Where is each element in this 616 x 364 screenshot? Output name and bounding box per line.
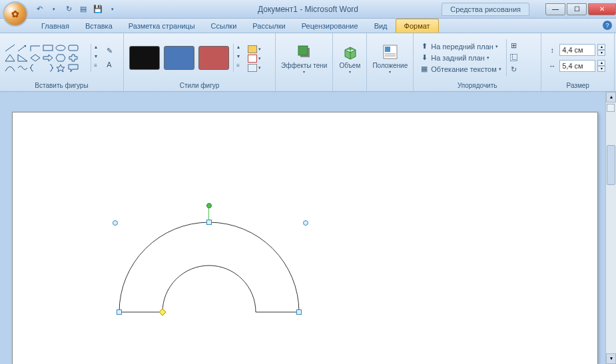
wrap-icon: ▦	[420, 65, 429, 74]
three-d-button[interactable]: Объем ▾	[336, 41, 364, 75]
width-down[interactable]: ▾	[597, 66, 605, 72]
save-button[interactable]: 💾	[92, 3, 104, 15]
align-button[interactable]: ⊞	[508, 41, 520, 51]
group-insert-shapes: ▴ ▾ ≡ ✎ A Вставить фигуры	[0, 33, 124, 91]
shape-roundrect-icon[interactable]	[67, 43, 79, 53]
tab-layout[interactable]: Разметка страницы	[121, 19, 203, 33]
help-icon[interactable]: ?	[603, 21, 612, 30]
shape-star-icon[interactable]	[55, 63, 67, 73]
group-label-size: Размер	[544, 81, 611, 90]
title-bar: ✿ ↶ ▾ ↻ ▤ 💾 ▾ Документ1 - Microsoft Word…	[0, 0, 616, 19]
redo-button[interactable]: ↻	[63, 3, 75, 15]
window-controls: — ☐ ✕	[544, 3, 616, 15]
tab-references[interactable]: Ссылки	[203, 19, 245, 33]
bring-front-button[interactable]: ⬆На передний план▾	[418, 41, 503, 52]
svg-rect-2	[43, 45, 53, 51]
document-page[interactable]	[12, 112, 598, 364]
shape-oval-icon[interactable]	[55, 43, 67, 53]
shape-elbow-icon[interactable]	[29, 43, 41, 53]
handle-top[interactable]	[206, 220, 212, 225]
tab-view[interactable]: Вид	[366, 19, 396, 33]
shape-outline-button[interactable]: ▾	[248, 55, 261, 63]
text-box-icon[interactable]: A	[104, 59, 115, 70]
cube-icon	[340, 42, 360, 62]
contextual-tab-header: Средства рисования	[442, 3, 529, 16]
browse-object-button[interactable]	[607, 104, 615, 112]
svg-line-1	[18, 45, 26, 51]
shadow-effects-button[interactable]: Эффекты тени ▾	[278, 41, 330, 75]
close-button[interactable]: ✕	[588, 3, 616, 15]
rotation-handle[interactable]	[206, 203, 212, 208]
svg-line-0	[5, 45, 15, 51]
bring-front-label: На передний план	[431, 43, 493, 51]
tab-insert[interactable]: Вставка	[77, 19, 121, 33]
style-swatch-black[interactable]	[129, 46, 160, 70]
shadow-icon	[294, 42, 314, 62]
new-doc-button[interactable]: ▤	[77, 3, 89, 15]
shape-callout-icon[interactable]	[67, 63, 79, 73]
maximize-button[interactable]: ☐	[567, 3, 587, 15]
shape-brace-icon[interactable]	[29, 63, 41, 73]
shape-fill-button[interactable]: ▾	[248, 45, 261, 53]
shape-triangle-icon[interactable]	[4, 53, 16, 63]
shape-curve2-icon[interactable]	[17, 63, 29, 73]
width-input[interactable]: 5,4 см	[559, 60, 595, 72]
vertical-scrollbar: ▴ ▾	[605, 92, 616, 364]
style-gallery-up-icon[interactable]: ▴	[234, 44, 242, 53]
minimize-button[interactable]: —	[545, 3, 565, 15]
handle-bottom-left[interactable]	[117, 309, 122, 315]
handle-bottom-right[interactable]	[296, 309, 302, 315]
edit-shape-icon[interactable]: ✎	[104, 46, 115, 57]
group-size: ↕ 4,4 см ▴▾ ↔ 5,4 см ▴▾ Размер	[541, 33, 615, 91]
gallery-up-icon[interactable]: ▴	[91, 44, 100, 53]
shape-fill-outline: ▾ ▾ ▾	[248, 44, 261, 72]
undo-button[interactable]: ↶	[33, 3, 45, 15]
shape-hex-icon[interactable]	[55, 53, 67, 63]
selected-shape-arch[interactable]	[106, 206, 312, 327]
height-up[interactable]: ▴	[597, 44, 605, 50]
style-swatch-red[interactable]	[198, 46, 229, 70]
style-swatch-blue[interactable]	[164, 46, 194, 70]
width-up[interactable]: ▴	[597, 60, 605, 66]
shape-curve1-icon[interactable]	[4, 63, 16, 73]
gallery-more-icon[interactable]: ≡	[91, 63, 100, 72]
width-row: ↔ 5,4 см ▴▾	[547, 60, 605, 72]
undo-dropdown[interactable]: ▾	[48, 3, 60, 15]
scroll-up-button[interactable]: ▴	[606, 92, 616, 102]
send-back-button[interactable]: ⬇На задний план▾	[418, 53, 503, 63]
height-input[interactable]: 4,4 см	[559, 44, 595, 56]
change-shape-button[interactable]: ▾	[248, 64, 261, 72]
tab-format[interactable]: Формат	[396, 19, 439, 33]
shape-rect-icon[interactable]	[42, 43, 54, 53]
height-down[interactable]: ▾	[597, 50, 605, 56]
shape-diamond-icon[interactable]	[29, 53, 41, 63]
handle-top-left[interactable]	[113, 220, 118, 226]
shapes-gallery-scroll: ▴ ▾ ≡	[91, 44, 100, 72]
position-button[interactable]: Положение ▾	[370, 41, 410, 75]
svg-rect-8	[385, 47, 390, 52]
tab-review[interactable]: Рецензирование	[294, 19, 366, 33]
text-wrap-button[interactable]: ▦Обтекание текстом▾	[418, 64, 503, 75]
rotate-button[interactable]: ↻	[508, 65, 520, 75]
shape-rtriangle-icon[interactable]	[17, 53, 29, 63]
shadow-effects-label: Эффекты тени	[281, 62, 327, 69]
qat-customize[interactable]: ▾	[107, 3, 119, 15]
ribbon: ▴ ▾ ≡ ✎ A Вставить фигуры ▴ ▾ ≡	[0, 33, 616, 92]
tab-mailings[interactable]: Рассылки	[244, 19, 293, 33]
shape-arrow-icon[interactable]	[17, 43, 29, 53]
style-gallery-down-icon[interactable]: ▾	[234, 53, 242, 63]
scroll-down-button[interactable]: ▾	[606, 353, 616, 364]
style-gallery-more-icon[interactable]: ≡	[234, 63, 242, 72]
shape-plus-icon[interactable]	[67, 53, 79, 63]
tab-home[interactable]: Главная	[33, 19, 77, 33]
shape-arrowr-icon[interactable]	[42, 53, 54, 63]
width-spinner: ▴▾	[597, 60, 605, 72]
scroll-thumb[interactable]	[607, 145, 615, 185]
group-button[interactable]: ⿺	[508, 53, 520, 63]
gallery-down-icon[interactable]: ▾	[91, 53, 100, 63]
handle-top-right[interactable]	[303, 220, 308, 226]
shape-bracket-icon[interactable]	[42, 63, 54, 73]
height-icon: ↕	[547, 46, 557, 54]
office-button[interactable]: ✿	[3, 1, 28, 27]
shape-line-icon[interactable]	[4, 43, 16, 53]
